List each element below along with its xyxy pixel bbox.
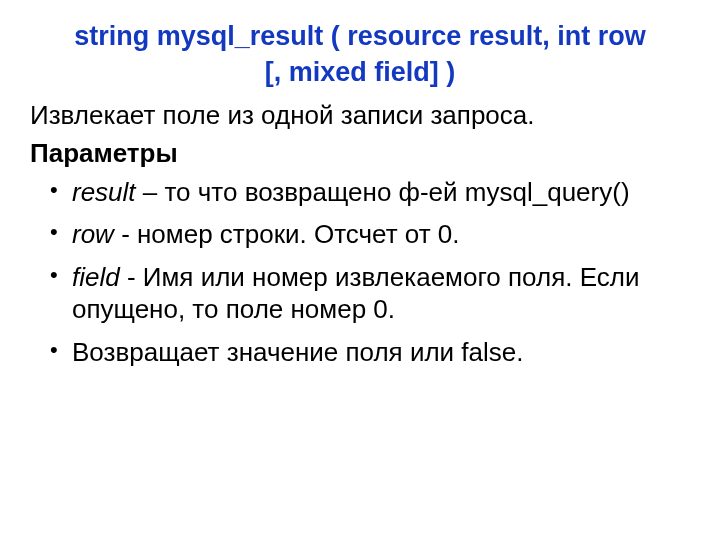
param-text: - Имя или номер извлекаемого поля. Если …	[72, 262, 639, 325]
list-item: row - номер строки. Отсчет от 0.	[50, 218, 690, 251]
param-name: result	[72, 177, 136, 207]
signature-line-1: string mysql_result ( resource result, i…	[74, 21, 646, 51]
slide: string mysql_result ( resource result, i…	[0, 0, 720, 540]
list-item: Возвращает значение поля или false.	[50, 336, 690, 369]
params-list: result – то что возвращено ф-ей mysql_qu…	[30, 176, 690, 369]
param-name: row	[72, 219, 114, 249]
params-heading: Параметры	[30, 137, 690, 170]
list-item: result – то что возвращено ф-ей mysql_qu…	[50, 176, 690, 209]
param-name: field	[72, 262, 120, 292]
description: Извлекает поле из одной записи запроса.	[30, 99, 690, 132]
list-item: field - Имя или номер извлекаемого поля.…	[50, 261, 690, 326]
return-note: Возвращает значение поля или false.	[72, 337, 524, 367]
signature-line-2: [, mixed field] )	[265, 57, 456, 87]
param-text: – то что возвращено ф-ей mysql_query()	[136, 177, 630, 207]
param-text: - номер строки. Отсчет от 0.	[114, 219, 460, 249]
function-signature: string mysql_result ( resource result, i…	[30, 18, 690, 91]
